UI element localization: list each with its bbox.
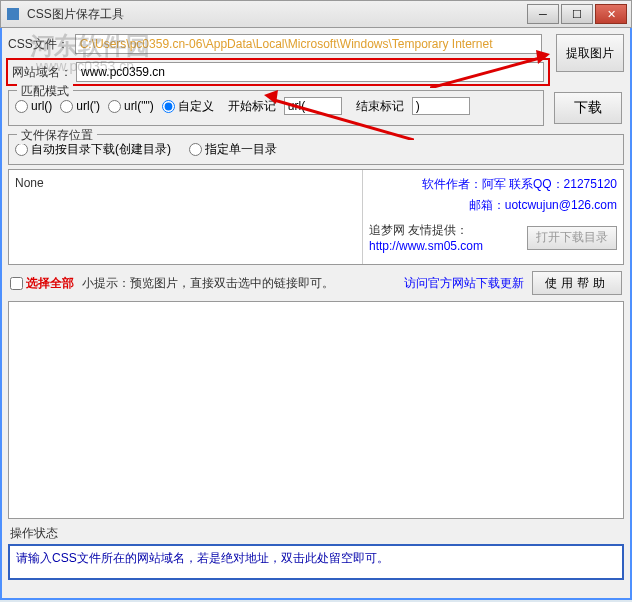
author-info: 软件作者：阿军 联系QQ：21275120 [369, 176, 617, 193]
save-location-fieldset: 文件保存位置 自动按目录下载(创建目录) 指定单一目录 [8, 134, 624, 165]
radio-url-double[interactable]: url("") [108, 99, 154, 113]
domain-label: 网站域名： [12, 64, 72, 81]
match-mode-fieldset: 匹配模式 url() url(') url("") 自定义 开始标记 结束标记 [8, 90, 544, 126]
radio-custom[interactable]: 自定义 [162, 98, 214, 115]
radio-url-empty[interactable]: url() [15, 99, 52, 113]
start-mark-label: 开始标记 [228, 98, 276, 115]
radio-url-single[interactable]: url(') [60, 99, 100, 113]
titlebar: CSS图片保存工具 ─ ☐ ✕ [0, 0, 632, 28]
dream-url[interactable]: http://www.sm05.com [369, 239, 483, 253]
start-mark-input[interactable] [284, 97, 342, 115]
window-controls: ─ ☐ ✕ [527, 4, 627, 24]
match-mode-legend: 匹配模式 [17, 83, 73, 100]
svg-rect-0 [7, 8, 19, 20]
dream-label: 追梦网 友情提供： [369, 223, 468, 237]
end-mark-input[interactable] [412, 97, 470, 115]
close-button[interactable]: ✕ [595, 4, 627, 24]
status-label: 操作状态 [8, 523, 624, 544]
extract-image-button[interactable]: 提取图片 [556, 34, 624, 72]
email-info: 邮箱：uotcwujun@126.com [369, 197, 617, 214]
save-location-legend: 文件保存位置 [17, 127, 97, 144]
minimize-button[interactable]: ─ [527, 4, 559, 24]
download-button[interactable]: 下载 [554, 92, 622, 124]
domain-input[interactable] [76, 62, 544, 82]
info-panel: 软件作者：阿军 联系QQ：21275120 邮箱：uotcwujun@126.c… [363, 170, 623, 264]
end-mark-label: 结束标记 [356, 98, 404, 115]
window-body: 河东软件园 www.pc0353.cn CSS文件： C:\Users\pc03… [0, 28, 632, 600]
help-button[interactable]: 使用帮助 [532, 271, 622, 295]
window-title: CSS图片保存工具 [27, 6, 527, 23]
app-icon [5, 6, 21, 22]
result-area[interactable] [8, 301, 624, 519]
select-all-checkbox[interactable]: 选择全部 [10, 275, 74, 292]
open-download-dir-button[interactable]: 打开下载目录 [527, 226, 617, 250]
css-file-path[interactable]: C:\Users\pc0359.cn-06\AppData\Local\Micr… [75, 34, 542, 54]
preview-list[interactable]: None [9, 170, 363, 264]
hint-text: 小提示：预览图片，直接双击选中的链接即可。 [82, 275, 334, 292]
radio-single-dir[interactable]: 指定单一目录 [189, 141, 277, 158]
preview-none: None [15, 176, 44, 190]
maximize-button[interactable]: ☐ [561, 4, 593, 24]
preview-area: None 软件作者：阿军 联系QQ：21275120 邮箱：uotcwujun@… [8, 169, 624, 265]
css-file-label: CSS文件： [8, 36, 69, 53]
visit-official-link[interactable]: 访问官方网站下载更新 [404, 275, 524, 292]
status-text[interactable]: 请输入CSS文件所在的网站域名，若是绝对地址，双击此处留空即可。 [8, 544, 624, 580]
